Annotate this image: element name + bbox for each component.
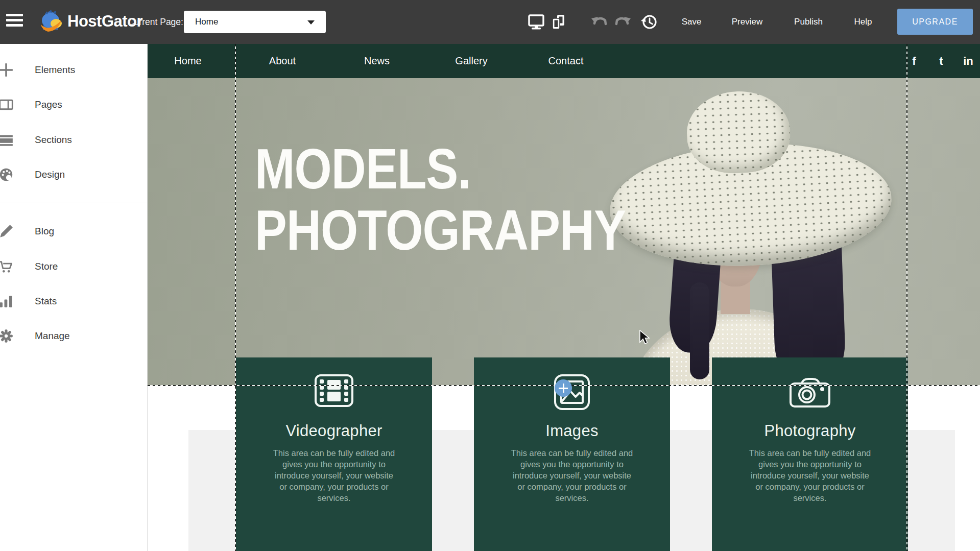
sidebar-item-store[interactable]: Store: [0, 256, 148, 277]
sidebar-item-design[interactable]: Design: [0, 164, 148, 185]
editor-topbar: HostGator Current Page: Home: [0, 0, 980, 44]
help-button[interactable]: Help: [854, 0, 872, 44]
undo-icon[interactable]: [590, 13, 608, 31]
hostgator-logo: HostGator: [38, 9, 142, 34]
redo-icon[interactable]: [614, 13, 632, 31]
card-images[interactable]: Images This area can be fully edited and…: [474, 357, 670, 551]
history-icon[interactable]: [640, 13, 658, 31]
hostgator-site-builder: HostGator Current Page: Home: [0, 0, 980, 551]
site-nav-news[interactable]: News: [364, 44, 390, 78]
card-body[interactable]: This area can be fully edited and gives …: [747, 447, 873, 504]
sidebar-item-stats[interactable]: Stats: [0, 291, 148, 312]
site-canvas: Home About News Gallery Contact f t in M…: [148, 44, 980, 551]
page-dropdown[interactable]: Home: [184, 11, 326, 33]
sidebar-item-label: Pages: [35, 94, 62, 115]
publish-button[interactable]: Publish: [794, 0, 823, 44]
selection-guide-right: [906, 44, 907, 551]
site-nav-home[interactable]: Home: [174, 44, 201, 78]
sidebar-item-sections[interactable]: Sections: [0, 130, 148, 150]
site-navbar: Home About News Gallery Contact f t in: [148, 44, 980, 78]
card-body[interactable]: This area can be fully edited and gives …: [271, 447, 397, 504]
bar-chart-icon: [0, 294, 13, 308]
mobile-preview-icon[interactable]: [549, 13, 567, 31]
sidebar-item-label: Sections: [35, 130, 72, 150]
card-photography[interactable]: Photography This area can be fully edite…: [712, 357, 908, 551]
gator-icon: [38, 9, 64, 34]
hero-title-line1: MODELS.: [255, 138, 626, 200]
camera-icon: [788, 377, 831, 409]
pencil-icon: [0, 224, 13, 238]
preview-button[interactable]: Preview: [732, 0, 762, 44]
sidebar-item-label: Stats: [35, 291, 57, 312]
sidebar-item-label: Blog: [35, 221, 54, 242]
site-nav-contact[interactable]: Contact: [548, 44, 584, 78]
hero-section[interactable]: MODELS. PHOTOGRAPHY: [148, 78, 980, 386]
facebook-icon[interactable]: f: [912, 44, 916, 78]
page-layout-icon: [0, 98, 13, 112]
hero-title-line2: PHOTOGRAPHY: [255, 200, 626, 261]
site-nav-gallery[interactable]: Gallery: [455, 44, 487, 78]
cart-icon: [0, 259, 13, 274]
sidebar-item-label: Manage: [35, 326, 70, 346]
save-button[interactable]: Save: [682, 0, 702, 44]
upgrade-button[interactable]: UPGRADE: [897, 9, 973, 35]
linkedin-icon[interactable]: in: [963, 44, 973, 78]
sidebar-item-label: Elements: [35, 60, 75, 80]
current-page-label: Current Page:: [128, 0, 183, 44]
chevron-down-icon: [307, 20, 315, 25]
sidebar-divider: [0, 203, 148, 203]
editor-sidebar: Elements Pages Sections De: [0, 44, 148, 551]
sidebar-item-elements[interactable]: Elements: [0, 60, 148, 80]
card-title[interactable]: Videographer: [236, 422, 432, 440]
card-title[interactable]: Images: [474, 422, 670, 440]
sun-hat-crown: [685, 90, 791, 175]
gear-icon: [0, 329, 13, 343]
sidebar-item-blog[interactable]: Blog: [0, 221, 148, 242]
palette-icon: [0, 167, 13, 182]
site-nav-about[interactable]: About: [269, 44, 296, 78]
card-videographer[interactable]: Videographer This area can be fully edit…: [236, 357, 432, 551]
menu-icon[interactable]: [6, 14, 23, 30]
card-title[interactable]: Photography: [712, 422, 908, 440]
sidebar-item-label: Store: [35, 256, 58, 277]
sidebar-item-pages[interactable]: Pages: [0, 94, 148, 115]
sidebar-item-manage[interactable]: Manage: [0, 326, 148, 346]
card-body[interactable]: This area can be fully edited and gives …: [509, 447, 635, 504]
selection-guide-left: [235, 44, 236, 551]
twitter-icon[interactable]: t: [939, 44, 943, 78]
hero-title[interactable]: MODELS. PHOTOGRAPHY: [255, 138, 626, 261]
plus-icon: [0, 63, 13, 77]
stacked-sections-icon: [0, 133, 13, 147]
add-image-button[interactable]: [555, 379, 572, 397]
sidebar-item-label: Design: [35, 164, 65, 185]
film-strip-icon: [314, 374, 354, 408]
page-dropdown-value: Home: [195, 17, 218, 27]
desktop-preview-icon[interactable]: [527, 13, 545, 31]
model-hair-strand: [690, 282, 709, 379]
